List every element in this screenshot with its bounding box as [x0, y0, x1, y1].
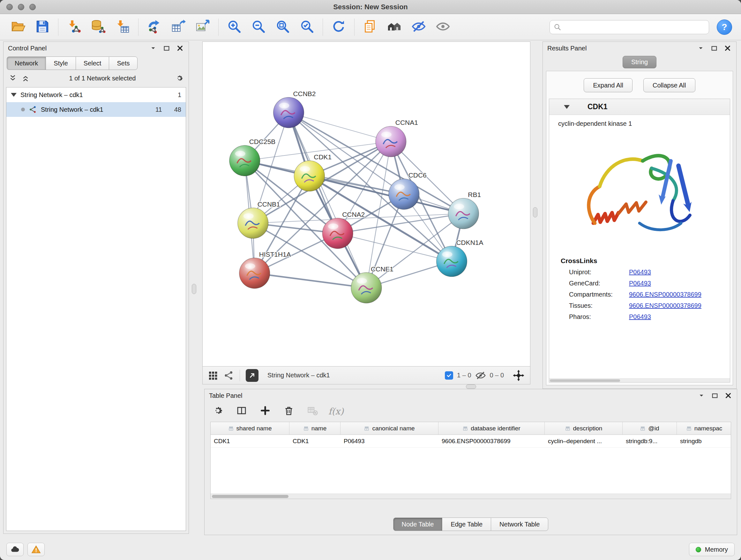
import-network-file-button[interactable] [65, 18, 83, 37]
table-cell[interactable]: P06493 [340, 435, 439, 447]
column-header-at-id[interactable]: @id [623, 422, 677, 435]
help-button[interactable]: ? [717, 19, 732, 35]
save-session-button[interactable] [33, 18, 52, 37]
node-label-CDC25B: CDC25B [249, 138, 276, 145]
collapse-all-button[interactable]: Collapse All [643, 78, 695, 92]
panel-close-icon[interactable] [724, 391, 732, 400]
gear-button[interactable] [211, 404, 225, 418]
panel-close-icon[interactable] [724, 44, 732, 52]
cloud-button[interactable] [6, 543, 23, 556]
fit-selected-icon[interactable] [512, 369, 525, 382]
zoom-selected-button[interactable] [298, 18, 316, 37]
crosslink-link[interactable]: P06493 [629, 268, 651, 276]
zoom-window-button[interactable] [29, 4, 36, 10]
column-header-name[interactable]: name [289, 422, 340, 435]
home-button[interactable] [385, 18, 404, 37]
tab-string[interactable]: String [623, 56, 657, 68]
selected-checkbox[interactable] [445, 371, 453, 380]
gene-header[interactable]: CDK1 [549, 99, 730, 115]
column-header-database-identifier[interactable]: database identifier [439, 422, 545, 435]
delete-column-button[interactable] [282, 404, 296, 418]
search-input[interactable] [564, 23, 705, 30]
panel-float-icon[interactable] [711, 391, 719, 400]
tab-network-table[interactable]: Network Table [491, 517, 548, 531]
panel-float-icon[interactable] [710, 44, 718, 52]
close-window-button[interactable] [6, 4, 13, 10]
refresh-layout-button[interactable] [329, 18, 348, 37]
gear-icon[interactable] [175, 74, 184, 82]
tab-style[interactable]: Style [46, 57, 75, 70]
edge-HIST1H1A-CCNE1[interactable] [255, 273, 366, 288]
crosslink-link[interactable]: 9606.ENSP00000378699 [629, 302, 701, 309]
table-row[interactable]: CDK1CDK1P064939606.ENSP00000378699cyclin… [211, 435, 731, 448]
crosslink-link[interactable]: P06493 [629, 280, 651, 287]
table-cell[interactable]: 9606.ENSP00000378699 [439, 435, 545, 447]
crosslink-link[interactable]: P06493 [629, 313, 651, 320]
bottom-splitter-handle[interactable] [466, 384, 476, 389]
crosslink-link[interactable]: 9606.ENSP00000378699 [629, 291, 701, 298]
panel-chevron-down-icon[interactable] [149, 44, 157, 52]
zoom-out-button[interactable] [249, 18, 268, 37]
network-node-RB1[interactable]: RB1 [448, 191, 481, 229]
open-session-button[interactable] [9, 18, 27, 37]
network-node-CCNB2[interactable]: CCNB2 [273, 90, 316, 128]
zoom-in-button[interactable] [225, 18, 244, 37]
copy-button[interactable] [361, 18, 380, 37]
hide-selected-button[interactable] [409, 18, 428, 37]
network-canvas[interactable]: CCNB2CCNA1CDC25BCDK1CDC6RB1CCNB1CCNA2CDK… [202, 42, 530, 367]
tab-network[interactable]: Network [7, 57, 46, 70]
column-header-canonical-name[interactable]: canonical name [340, 422, 439, 435]
tab-select[interactable]: Select [76, 57, 109, 70]
share-network-icon[interactable] [224, 370, 234, 381]
import-table-file-button[interactable] [113, 18, 132, 37]
network-node-CCNA1[interactable]: CCNA1 [376, 119, 418, 157]
zoom-fit-button[interactable] [273, 18, 292, 37]
table-cell[interactable]: CDK1 [289, 435, 340, 447]
column-header-shared-name[interactable]: shared name [211, 422, 289, 435]
import-network-db-button[interactable] [89, 18, 108, 37]
columns-button[interactable] [234, 404, 249, 418]
network-collection-row[interactable]: String Network – cdk1 1 [6, 87, 186, 102]
new-network-button[interactable] [145, 18, 163, 37]
left-splitter-handle[interactable] [192, 284, 196, 294]
panel-chevron-down-icon[interactable] [697, 44, 705, 52]
network-node-CDC25B[interactable]: CDC25B [229, 138, 276, 176]
search-field[interactable] [549, 20, 709, 34]
column-header-description[interactable]: description [545, 422, 623, 435]
show-all-button[interactable] [434, 18, 452, 37]
new-table-button[interactable] [169, 18, 188, 37]
network-row[interactable]: String Network – cdk1 11 48 [6, 102, 186, 117]
edge-CCNB2-CCNE1[interactable] [288, 113, 366, 288]
export-image-button[interactable] [193, 18, 212, 37]
hidden-eye-icon[interactable] [475, 370, 486, 381]
table-cell[interactable]: stringdb [677, 435, 731, 447]
table-cell[interactable]: CDK1 [211, 435, 289, 447]
birds-eye-view-icon[interactable] [208, 370, 218, 381]
tab-sets[interactable]: Sets [109, 57, 138, 70]
add-column-button[interactable] [258, 404, 272, 418]
minimize-window-button[interactable] [18, 4, 24, 10]
column-header-namespac[interactable]: namespac [677, 422, 731, 435]
collapse-all-tree-icon[interactable] [9, 74, 17, 82]
expand-all-tree-icon[interactable] [21, 74, 30, 82]
panel-chevron-down-icon[interactable] [697, 391, 705, 400]
export-network-button[interactable] [246, 369, 259, 382]
function-builder-button[interactable]: f(x) [329, 404, 343, 418]
table-hscrollbar[interactable] [211, 494, 731, 499]
tree-expand-icon[interactable] [11, 93, 17, 97]
network-graph[interactable]: CCNB2CCNA1CDC25BCDK1CDC6RB1CCNB1CCNA2CDK… [203, 42, 530, 366]
memory-button[interactable]: Memory [689, 543, 735, 556]
table-cell[interactable]: cyclin–dependent ... [545, 435, 623, 447]
panel-float-icon[interactable] [162, 44, 171, 52]
table-cell[interactable]: stringdb:9... [623, 435, 677, 447]
tab-edge-table[interactable]: Edge Table [442, 517, 491, 531]
tab-node-table[interactable]: Node Table [393, 517, 442, 531]
panel-close-icon[interactable] [176, 44, 184, 52]
gene-box-scrollbar[interactable] [549, 378, 730, 382]
network-node-CCNB1[interactable]: CCNB1 [238, 200, 280, 239]
network-node-HIST1H1A[interactable]: HIST1H1A [239, 251, 291, 289]
gene-collapse-icon[interactable] [564, 105, 569, 109]
warning-button[interactable] [27, 543, 45, 556]
right-splitter-handle[interactable] [533, 207, 537, 217]
expand-all-button[interactable]: Expand All [584, 78, 632, 92]
